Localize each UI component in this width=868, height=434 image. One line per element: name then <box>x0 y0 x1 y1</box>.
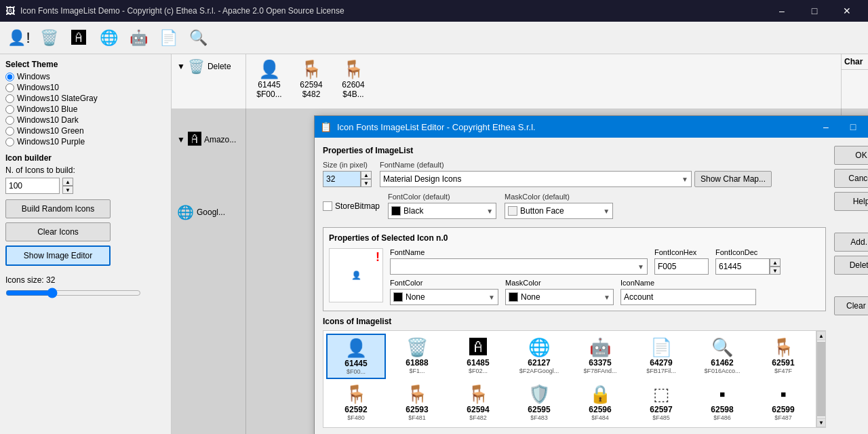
theme-windows10-dark[interactable]: Windows10 Dark <box>5 115 165 125</box>
fonticondec-spinner-buttons: ▲ ▼ <box>770 258 781 275</box>
add-button[interactable]: Add... <box>834 233 868 252</box>
imagelist-icon-7: 🪑 <box>772 337 794 358</box>
imagelist-item-6[interactable]: 🔍 61462 $F016Acco... <box>692 334 752 379</box>
dialog-minimize-button[interactable]: – <box>815 117 837 136</box>
imagelist-props-title: Properties of ImageList <box>323 146 826 155</box>
fontcolor-field-arrow: ▼ <box>488 294 495 301</box>
imagelist-item-15[interactable]: ▪ 62599 $F487 <box>753 380 813 425</box>
theme-windows10-green[interactable]: Windows10 Green <box>5 126 165 136</box>
scrollbar-up-button[interactable]: ▲ <box>816 331 826 340</box>
theme-windows10[interactable]: Windows10 <box>5 83 165 92</box>
imagelist-icon-14: ▪ <box>719 384 725 405</box>
maskcolor-dropdown-arrow: ▼ <box>603 208 610 215</box>
size-increment[interactable]: ▲ <box>361 171 372 179</box>
num-icons-decrement[interactable]: ▼ <box>62 186 73 194</box>
maskcolor-field-label: MaskColor <box>505 279 614 287</box>
store-bitmap-label: StoreBitmap <box>335 201 380 211</box>
toolbar-search-icon[interactable]: 🔍 <box>184 24 212 52</box>
help-button[interactable]: Help <box>834 192 868 211</box>
size-decrement[interactable]: ▼ <box>361 179 372 187</box>
imagelist-icon-0: 👤 <box>345 338 367 359</box>
toolbar-android-icon[interactable]: 🤖 <box>125 24 152 52</box>
imagelist-icon-3: 🌐 <box>528 337 550 358</box>
dialog-body: Properties of ImageList Size (in pixel) … <box>315 138 868 434</box>
scrollbar-down-button[interactable]: ▼ <box>816 418 826 427</box>
bg-icon-3[interactable]: 🪑 62604 $4B... <box>333 57 374 101</box>
imagelist-item-13[interactable]: ⬚ 62597 $F485 <box>631 380 691 425</box>
num-icons-spinner-buttons: ▲ ▼ <box>62 178 73 194</box>
fontcolor-default-dropdown[interactable]: Black ▼ <box>388 203 496 219</box>
toolbar-file-icon[interactable]: 📄 <box>155 24 182 52</box>
show-char-map-button[interactable]: Show Char Map... <box>694 171 772 187</box>
theme-windows10-slategray[interactable]: Windows10 SlateGray <box>5 94 165 103</box>
size-input[interactable] <box>323 171 361 187</box>
fonticonhex-input[interactable] <box>654 258 709 275</box>
ok-button[interactable]: OK <box>834 146 868 165</box>
fontname-dropdown[interactable]: Material Design Icons ▼ <box>380 171 692 187</box>
imagelist-item-10[interactable]: 🪑 62594 $F482 <box>448 380 508 425</box>
tree-item-delete[interactable]: ▼ 🗑️ Delete <box>174 57 243 76</box>
window-close-button[interactable]: ✕ <box>831 0 863 22</box>
build-random-icons-button[interactable]: Build Random Icons <box>5 199 111 218</box>
dialog-maximize-button[interactable]: □ <box>842 117 864 136</box>
maximize-button[interactable]: □ <box>799 0 830 22</box>
toolbar-chrome-icon[interactable]: 🌐 <box>95 24 122 52</box>
cancel-button[interactable]: Cancel <box>834 169 868 188</box>
icons-size-slider[interactable] <box>5 288 141 298</box>
imagelist-props-row1: Size (in pixel) ▲ ▼ <box>323 161 826 187</box>
fontcolor-dropdown-arrow: ▼ <box>486 208 493 215</box>
fonticondec-increment[interactable]: ▲ <box>770 258 781 267</box>
imagelist-icon-13: ⬚ <box>653 384 670 405</box>
imagelist-icon-5: 📄 <box>650 337 672 358</box>
imagelist-item-8[interactable]: 🪑 62592 $F480 <box>326 380 386 425</box>
fonticondec-decrement[interactable]: ▼ <box>770 267 781 275</box>
fields-row1: FontName ▼ FontIconHex <box>390 248 820 275</box>
bg-icon-account-alert[interactable]: 👤 61445 $F00... <box>249 57 290 101</box>
imagelist-icon-10: 🪑 <box>467 384 489 405</box>
delete-button[interactable]: Delete <box>834 256 868 275</box>
num-icons-input[interactable] <box>5 178 60 194</box>
minimize-button[interactable]: – <box>766 0 797 22</box>
num-icons-increment[interactable]: ▲ <box>62 178 73 186</box>
store-bitmap-checkbox[interactable]: StoreBitmap <box>323 201 380 211</box>
iconname-input[interactable] <box>620 289 756 305</box>
maskcolor-field-value: None <box>521 292 540 302</box>
theme-windows10-blue[interactable]: Windows10 Blue <box>5 104 165 114</box>
tree-icon-delete: 🗑️ <box>188 58 205 75</box>
fontname-field-dropdown[interactable]: ▼ <box>390 258 648 275</box>
toolbar-amazon-icon[interactable]: 🅰 <box>65 24 92 52</box>
imagelist-editor-dialog: 📋 Icon Fonts ImageList Editor - Copyrigh… <box>314 115 868 434</box>
imagelist-item-11[interactable]: 🛡️ 62595 $F483 <box>509 380 569 425</box>
theme-windows[interactable]: Windows <box>5 72 165 81</box>
dialog-titlebar: 📋 Icon Fonts ImageList Editor - Copyrigh… <box>315 116 868 138</box>
imagelist-item-2[interactable]: 🅰 61485 $F02... <box>448 334 508 379</box>
fonticondec-input[interactable] <box>715 258 770 275</box>
fontcolor-field-dropdown[interactable]: None ▼ <box>390 289 498 305</box>
clear-all-button[interactable]: Clear all <box>834 296 868 315</box>
maskcolor-default-dropdown[interactable]: Button Face ▼ <box>505 203 613 219</box>
size-spinner: ▲ ▼ <box>323 171 372 187</box>
fontname-row: Material Design Icons ▼ Show Char Map... <box>380 171 772 187</box>
imagelist-item-4[interactable]: 🤖 63375 $F78FAnd... <box>570 334 630 379</box>
theme-windows10-purple[interactable]: Windows10 Purple <box>5 137 165 146</box>
imagelist-item-9[interactable]: 🪑 62593 $F481 <box>387 380 447 425</box>
imagelist-item-0[interactable]: 👤 61445 $F00... <box>326 334 386 379</box>
imagelist-item-7[interactable]: 🪑 62591 $F47F <box>753 334 813 379</box>
left-panel: Select Theme Windows Windows10 Windows10… <box>0 54 172 434</box>
imagelist-item-12[interactable]: 🔒 62596 $F484 <box>570 380 630 425</box>
imagelist-item-14[interactable]: ▪ 62598 $F486 <box>692 380 752 425</box>
theme-radio-group: Windows Windows10 Windows10 SlateGray Wi… <box>5 72 165 146</box>
maskcolor-field-dropdown[interactable]: None ▼ <box>505 289 614 305</box>
toolbar-user-icon[interactable]: 👤! <box>5 24 33 52</box>
imagelist-item-5[interactable]: 📄 64279 $FB17Fil... <box>631 334 691 379</box>
toolbar-delete-icon[interactable]: 🗑️ <box>35 24 62 52</box>
maskcolor-field-arrow: ▼ <box>604 294 610 301</box>
imagelist-item-1[interactable]: 🗑️ 61888 $F1... <box>387 334 447 379</box>
show-image-editor-button[interactable]: Show Image Editor <box>5 245 111 266</box>
window-controls: – □ ✕ <box>766 0 863 22</box>
maskcolor-default-value: Button Face <box>520 206 564 216</box>
imagelist-scrollbar[interactable]: ▲ ▼ <box>816 330 826 428</box>
clear-icons-button[interactable]: Clear Icons <box>5 222 111 241</box>
imagelist-item-3[interactable]: 🌐 62127 $F2AFGoogl... <box>509 334 569 379</box>
bg-icon-chair[interactable]: 🪑 62594 $482 <box>291 57 332 101</box>
